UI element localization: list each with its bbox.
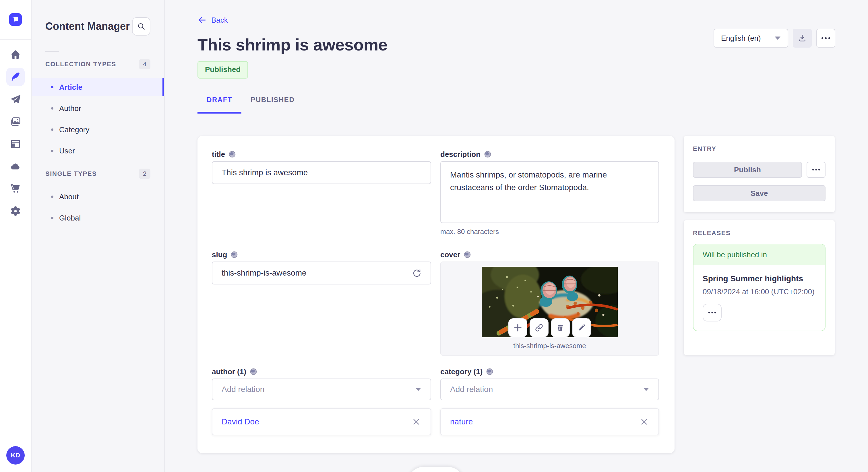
nav-marketplace-button[interactable] xyxy=(6,179,25,198)
cover-label: cover xyxy=(440,250,460,259)
relation-item: nature xyxy=(441,409,658,435)
bullet-icon xyxy=(51,196,53,198)
category-label: category (1) xyxy=(440,368,483,376)
nav-cloud-button[interactable] xyxy=(6,157,25,175)
cover-actions xyxy=(508,318,591,337)
sidebar-item-author[interactable]: Author xyxy=(32,99,164,117)
globe-icon xyxy=(228,150,236,158)
nav-home-button[interactable] xyxy=(6,45,25,64)
title-input[interactable]: This shrimp is awesome xyxy=(212,161,431,184)
refresh-icon[interactable] xyxy=(412,268,422,278)
single-types-label: SINGLE TYPES xyxy=(45,170,97,177)
tab-draft[interactable]: DRAFT xyxy=(197,96,241,113)
bullet-icon xyxy=(51,217,53,219)
cover-filename: this-shrimp-is-awesome xyxy=(513,342,586,350)
release-body: Spring Summer highlights 09/18/2024 at 1… xyxy=(693,265,825,331)
sidebar-item-category[interactable]: Category xyxy=(32,121,164,139)
nav-deploy-button[interactable] xyxy=(6,90,25,108)
rail-nav xyxy=(6,45,25,220)
releases-panel: RELEASES Will be published in Spring Sum… xyxy=(684,220,835,355)
slug-field: slug this-shrimp-is-awesome xyxy=(212,250,431,356)
title-label-row: title xyxy=(212,150,431,158)
sidebar-item-article[interactable]: Article xyxy=(32,78,164,96)
status-badge: Published xyxy=(197,61,248,78)
slug-input[interactable]: this-shrimp-is-awesome xyxy=(212,262,431,284)
link-icon xyxy=(534,323,544,332)
sidebar-item-user[interactable]: User xyxy=(32,142,164,160)
form-row-1: title This shrimp is awesome description xyxy=(212,150,660,236)
form-row-2: slug this-shrimp-is-awesome xyxy=(212,250,660,356)
layout-icon xyxy=(10,138,21,150)
next-section-peek[interactable] xyxy=(408,467,464,472)
description-textarea[interactable]: Mantis shrimps, or stomatopods, are mari… xyxy=(440,161,659,223)
nav-content-manager-button[interactable] xyxy=(6,68,25,86)
export-button[interactable] xyxy=(793,29,812,47)
save-button[interactable]: Save xyxy=(693,185,826,201)
description-label: description xyxy=(440,150,480,158)
nav-media-library-button[interactable] xyxy=(6,112,25,131)
globe-icon xyxy=(486,368,493,375)
release-name[interactable]: Spring Summer highlights xyxy=(703,274,816,283)
sidebar-title: Content Manager xyxy=(45,20,130,32)
cover-edit-button[interactable] xyxy=(572,318,591,337)
globe-icon xyxy=(484,150,491,158)
bullet-icon xyxy=(51,150,53,152)
globe-icon xyxy=(250,368,257,375)
slug-label: slug xyxy=(212,250,227,259)
single-types-list: About Global xyxy=(32,188,164,227)
cover-add-button[interactable] xyxy=(508,318,527,337)
category-relation-combobox[interactable]: Add relation xyxy=(440,378,659,400)
locale-dropdown[interactable]: English (en) xyxy=(714,29,788,47)
sidebar-search-button[interactable] xyxy=(132,17,150,36)
plus-icon xyxy=(513,323,522,332)
relation-link-david-doe[interactable]: David Doe xyxy=(222,417,259,427)
single-types-count: 2 xyxy=(139,169,150,179)
author-relation-combobox[interactable]: Add relation xyxy=(212,378,431,400)
sidebar-item-global[interactable]: Global xyxy=(32,209,164,227)
release-status: Will be published in xyxy=(693,244,825,265)
nav-content-type-builder-button[interactable] xyxy=(6,135,25,153)
nav-settings-button[interactable] xyxy=(6,202,25,220)
close-icon xyxy=(413,419,420,425)
cover-delete-button[interactable] xyxy=(551,318,570,337)
relation-link-nature[interactable]: nature xyxy=(450,417,473,427)
more-options-button[interactable] xyxy=(816,29,835,47)
page-header: Back English (en) xyxy=(197,0,835,113)
cover-image[interactable] xyxy=(482,267,618,337)
ellipsis-icon xyxy=(821,37,830,39)
remove-relation-button[interactable] xyxy=(638,415,650,428)
arrow-left-icon xyxy=(197,15,207,25)
trash-icon xyxy=(556,324,565,332)
cover-label-row: cover xyxy=(440,250,659,259)
tab-published[interactable]: PUBLISHED xyxy=(241,96,304,113)
title-label: title xyxy=(212,150,225,158)
description-helper: max. 80 characters xyxy=(440,228,659,236)
cover-copy-link-button[interactable] xyxy=(530,318,549,337)
back-link[interactable]: Back xyxy=(197,15,228,25)
category-relation-list: nature xyxy=(440,408,659,435)
category-label-row: category (1) xyxy=(440,368,659,376)
header-actions: English (en) xyxy=(714,29,835,47)
publish-button[interactable]: Publish xyxy=(693,162,802,178)
release-card: Will be published in Spring Summer highl… xyxy=(693,244,826,331)
download-icon xyxy=(798,34,807,43)
strapi-logo[interactable] xyxy=(9,13,22,26)
description-label-row: description xyxy=(440,150,659,158)
sidebar-item-about[interactable]: About xyxy=(32,188,164,206)
author-placeholder: Add relation xyxy=(222,385,265,394)
description-field: description Mantis shrimps, or stomatopo… xyxy=(440,150,659,236)
globe-icon xyxy=(464,251,471,258)
sidebar-header: Content Manager xyxy=(32,0,164,36)
release-more-button[interactable] xyxy=(703,304,722,322)
cloud-icon xyxy=(10,161,21,172)
nav-rail: KD xyxy=(0,0,32,472)
slug-label-row: slug xyxy=(212,250,431,259)
bullet-icon xyxy=(51,129,53,131)
remove-relation-button[interactable] xyxy=(410,415,423,428)
entry-more-button[interactable] xyxy=(807,162,826,178)
user-avatar[interactable]: KD xyxy=(6,446,25,465)
slug-value: this-shrimp-is-awesome xyxy=(222,268,307,278)
collection-types-header: COLLECTION TYPES 4 xyxy=(32,57,164,71)
ellipsis-icon xyxy=(812,169,820,171)
entry-buttons: Publish xyxy=(693,162,826,178)
